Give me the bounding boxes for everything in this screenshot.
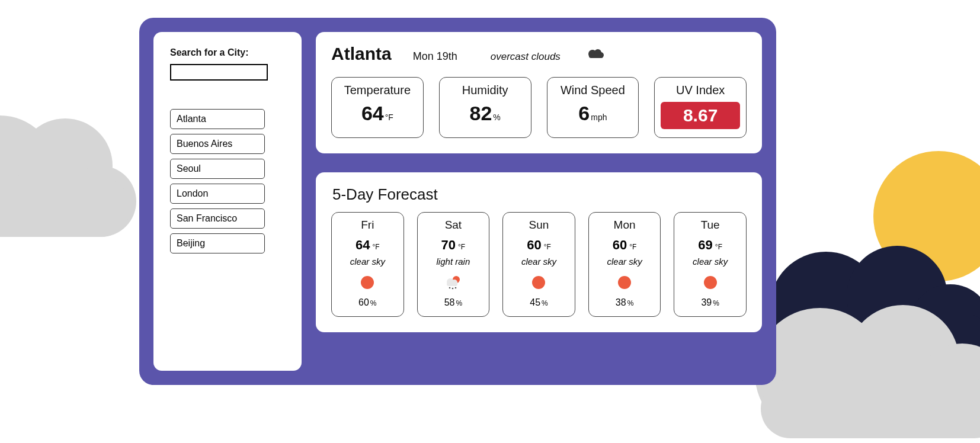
current-condition: overcast clouds bbox=[491, 51, 561, 63]
wind-unit: mph bbox=[591, 113, 607, 122]
day-humidity-value: 60 bbox=[358, 297, 369, 308]
city-name: Atlanta bbox=[331, 44, 392, 64]
clouds-icon bbox=[585, 47, 606, 60]
day-humidity-unit: % bbox=[456, 299, 462, 307]
temperature-unit: °F bbox=[385, 113, 393, 122]
svg-point-21 bbox=[452, 288, 454, 290]
day-name: Mon bbox=[593, 219, 657, 232]
day-temp-value: 69 bbox=[698, 237, 712, 253]
weather-dashboard: Search for a City: Atlanta Buenos Aires … bbox=[139, 18, 776, 385]
day-condition: light rain bbox=[421, 256, 486, 267]
day-temp: 64 °F bbox=[356, 237, 380, 253]
search-input[interactable] bbox=[170, 64, 268, 81]
day-temp: 60 °F bbox=[527, 237, 551, 253]
day-humidity-value: 58 bbox=[444, 297, 455, 308]
day-humidity: 39 % bbox=[701, 297, 719, 308]
day-temp-value: 60 bbox=[613, 237, 627, 253]
history-item[interactable]: Buenos Aires bbox=[170, 134, 265, 154]
sun-icon bbox=[593, 272, 657, 293]
rain-icon bbox=[421, 272, 486, 293]
wind-value: 6 bbox=[578, 102, 590, 125]
metric-wind: Wind Speed 6mph bbox=[547, 77, 639, 138]
temperature-value: 64 bbox=[361, 102, 384, 125]
svg-rect-11 bbox=[761, 379, 980, 438]
history-item[interactable]: London bbox=[170, 184, 265, 204]
day-temp-unit: °F bbox=[629, 243, 636, 251]
right-column: Atlanta Mon 19th overcast clouds bbox=[316, 32, 762, 371]
day-name: Sun bbox=[507, 219, 571, 232]
metric-label: UV Index bbox=[659, 84, 741, 97]
forecast-day: Fri 64 °F clear sky 60 % bbox=[331, 212, 404, 317]
day-humidity-unit: % bbox=[542, 299, 548, 307]
forecast-row: Fri 64 °F clear sky 60 % Sat 70 bbox=[331, 212, 747, 317]
humidity-unit: % bbox=[493, 113, 500, 122]
day-temp-unit: °F bbox=[458, 243, 465, 251]
day-temp: 70 °F bbox=[441, 237, 466, 253]
metric-value: 64°F bbox=[361, 102, 393, 125]
day-temp-value: 64 bbox=[356, 237, 370, 253]
search-card: Search for a City: Atlanta Buenos Aires … bbox=[153, 32, 302, 371]
metric-uv: UV Index 8.67 bbox=[654, 77, 747, 138]
day-humidity: 60 % bbox=[358, 297, 376, 308]
day-humidity: 38 % bbox=[616, 297, 633, 308]
metric-humidity: Humidity 82 % bbox=[439, 77, 531, 138]
day-name: Fri bbox=[335, 219, 400, 232]
forecast-day: Mon 60 °F clear sky 38 % bbox=[588, 212, 661, 317]
svg-point-20 bbox=[449, 287, 451, 289]
metric-label: Humidity bbox=[444, 84, 526, 97]
day-condition: clear sky bbox=[593, 256, 657, 267]
svg-point-22 bbox=[455, 287, 457, 289]
day-humidity-unit: % bbox=[370, 299, 377, 307]
forecast-day: Sat 70 °F light rain bbox=[417, 212, 490, 317]
day-temp-unit: °F bbox=[544, 243, 551, 251]
day-condition: clear sky bbox=[335, 256, 400, 267]
history-item[interactable]: Beijing bbox=[170, 233, 265, 253]
forecast-day: Sun 60 °F clear sky 45 % bbox=[502, 212, 575, 317]
metric-value: 82 % bbox=[469, 102, 500, 125]
day-humidity: 58 % bbox=[444, 297, 462, 308]
humidity-value: 82 bbox=[469, 102, 492, 125]
day-humidity-value: 39 bbox=[701, 297, 712, 308]
sun-icon bbox=[507, 272, 571, 293]
day-temp-unit: °F bbox=[372, 243, 379, 251]
svg-rect-15 bbox=[589, 54, 603, 58]
day-temp-unit: °F bbox=[715, 243, 722, 251]
day-condition: clear sky bbox=[678, 256, 742, 267]
day-humidity-value: 45 bbox=[530, 297, 540, 308]
current-weather-card: Atlanta Mon 19th overcast clouds bbox=[316, 32, 762, 153]
history-item[interactable]: San Francisco bbox=[170, 208, 265, 229]
metric-label: Temperature bbox=[337, 84, 418, 97]
day-temp-value: 70 bbox=[441, 237, 456, 253]
forecast-day: Tue 69 °F clear sky 39 % bbox=[674, 212, 747, 317]
current-header: Atlanta Mon 19th overcast clouds bbox=[331, 44, 747, 64]
sun-icon bbox=[335, 272, 400, 293]
forecast-title: 5-Day Forecast bbox=[332, 185, 747, 204]
day-name: Tue bbox=[678, 219, 742, 232]
search-history-list: Atlanta Buenos Aires Seoul London San Fr… bbox=[170, 109, 285, 253]
metric-temperature: Temperature 64°F bbox=[331, 77, 424, 138]
svg-rect-19 bbox=[447, 282, 457, 286]
history-item[interactable]: Atlanta bbox=[170, 109, 265, 129]
forecast-card: 5-Day Forecast Fri 64 °F clear sky 60 % bbox=[316, 172, 762, 332]
history-item[interactable]: Seoul bbox=[170, 159, 265, 179]
day-humidity-unit: % bbox=[627, 299, 634, 307]
day-temp: 60 °F bbox=[613, 237, 637, 253]
svg-rect-3 bbox=[0, 178, 130, 237]
current-metrics: Temperature 64°F Humidity 82 % Wind Spee… bbox=[331, 77, 747, 138]
day-temp-value: 60 bbox=[527, 237, 541, 253]
metric-label: Wind Speed bbox=[552, 84, 634, 97]
day-humidity-value: 38 bbox=[616, 297, 626, 308]
decorative-cloud-left bbox=[0, 71, 142, 237]
day-humidity: 45 % bbox=[530, 297, 547, 308]
sun-icon bbox=[678, 272, 742, 293]
day-humidity-unit: % bbox=[713, 299, 719, 307]
decorative-cloud-light bbox=[743, 261, 980, 438]
uv-value: 8.67 bbox=[661, 102, 740, 129]
metric-value: 6mph bbox=[578, 102, 607, 125]
day-name: Sat bbox=[421, 219, 486, 232]
day-temp: 69 °F bbox=[698, 237, 722, 253]
search-label: Search for a City: bbox=[170, 47, 285, 58]
current-date: Mon 19th bbox=[413, 50, 457, 63]
day-condition: clear sky bbox=[507, 256, 571, 267]
